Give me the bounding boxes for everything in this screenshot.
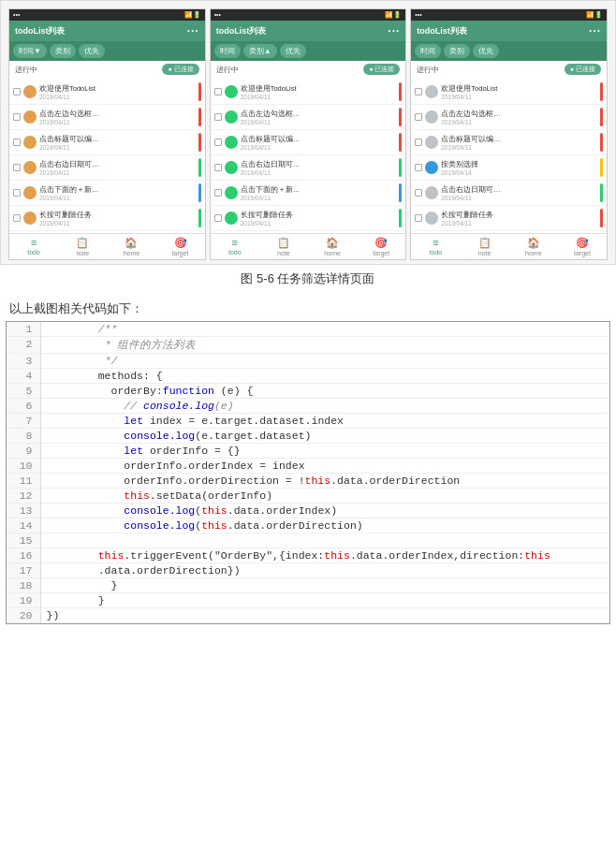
todo-item[interactable]: 点击右边日期可…2019/04/11 [9, 155, 205, 181]
filter-btn-1[interactable]: 类别 [50, 44, 76, 58]
nav-item-todo[interactable]: ≡todo [411, 237, 460, 256]
nav-item-note[interactable]: 📋note [461, 237, 509, 256]
todo-item[interactable]: 按类别选择2019/04/14 [411, 155, 607, 181]
filter-btn-1[interactable]: 类别 [444, 44, 470, 58]
line-number: 19 [7, 593, 40, 608]
todo-text-area: 长按可删除任务2019/04/11 [241, 211, 397, 226]
todo-checkbox[interactable] [214, 139, 222, 146]
todo-checkbox[interactable] [13, 113, 21, 121]
todo-priority-indicator [399, 133, 402, 152]
line-number: 1 [7, 322, 40, 337]
todo-priority-indicator [399, 183, 402, 202]
todo-avatar [225, 110, 238, 124]
code-row: 13 console.log(this.data.orderIndex) [7, 504, 609, 519]
todo-text-area: 点击标题可以编…2019/04/11 [39, 135, 196, 151]
nav-item-todo[interactable]: ≡todo [9, 237, 58, 256]
nav-item-todo[interactable]: ≡todo [211, 237, 259, 256]
nav-item-target[interactable]: 🎯target [357, 237, 405, 256]
todo-item[interactable]: 点击下面的＋新…2019/04/11 [211, 181, 406, 206]
todo-date: 2019/04/11 [241, 169, 397, 176]
todo-checkbox[interactable] [13, 214, 21, 222]
nav-item-home[interactable]: 🏠home [107, 237, 155, 256]
todo-item[interactable]: 点击标题可以编…2019/04/11 [9, 130, 205, 155]
todo-checkbox[interactable] [13, 139, 21, 146]
todo-checkbox[interactable] [415, 189, 422, 197]
filter-btn-2[interactable]: 优先 [79, 44, 105, 58]
todo-text-area: 点击下面的＋新…2019/04/11 [39, 185, 196, 201]
menu-dots[interactable]: ··· [589, 24, 601, 37]
filter-btn-1[interactable]: 类别▲ [243, 44, 277, 58]
filter-btn-0[interactable]: 时间▼ [13, 44, 47, 58]
todo-text-area: 按类别选择2019/04/14 [441, 160, 597, 176]
code-line: console.log(this.data.orderIndex) [40, 504, 609, 519]
todo-checkbox[interactable] [415, 214, 422, 222]
line-number: 3 [7, 354, 40, 369]
todo-item[interactable]: 欢迎使用TodoList2019/04/11 [9, 80, 205, 105]
todo-checkbox[interactable] [13, 164, 21, 171]
todo-date: 2019/04/11 [39, 169, 196, 176]
code-row: 7 let index = e.target.dataset.index [7, 414, 609, 429]
todo-avatar [225, 212, 238, 225]
todo-item[interactable]: 长按可删除任务2019/04/11 [411, 206, 607, 231]
todo-checkbox[interactable] [214, 164, 222, 171]
nav-icon-note: 📋 [478, 237, 491, 249]
filter-btn-2[interactable]: 优先 [280, 44, 306, 58]
todo-item[interactable]: 长按可删除任务2019/04/11 [9, 206, 205, 231]
line-number: 20 [7, 608, 40, 623]
nav-item-note[interactable]: 📋note [259, 237, 308, 256]
filter-btn-0[interactable]: 时间 [214, 44, 241, 58]
todo-date: 2019/04/11 [441, 220, 597, 226]
todo-title: 点击左边勾选框… [39, 110, 196, 119]
todo-item[interactable]: 点击左边勾选框…2019/04/11 [211, 105, 406, 130]
nav-icon-note: 📋 [76, 237, 89, 249]
todo-checkbox[interactable] [214, 214, 222, 222]
code-line: orderInfo.orderIndex = index [40, 459, 609, 474]
code-row: 20}) [7, 608, 609, 623]
todo-item[interactable]: 欢迎使用TodoList2019/04/11 [411, 80, 607, 105]
nav-label-todo: todo [27, 249, 40, 256]
code-row: 12 this.setData(orderInfo) [7, 489, 609, 504]
nav-item-target[interactable]: 🎯target [156, 237, 205, 256]
todo-checkbox[interactable] [415, 139, 422, 146]
todo-title: 点击标题可以编… [441, 135, 597, 144]
filter-btn-2[interactable]: 优先 [473, 44, 499, 58]
todo-checkbox[interactable] [13, 189, 21, 197]
todo-checkbox[interactable] [415, 113, 422, 121]
todo-item[interactable]: 长按可删除任务2019/04/11 [211, 206, 406, 231]
nav-item-home[interactable]: 🏠home [509, 237, 558, 256]
todo-item[interactable]: 点击左边勾选框…2019/04/11 [411, 105, 607, 130]
todo-title: 点击右边日期可… [441, 185, 597, 195]
code-line: console.log(e.target.dataset) [40, 429, 609, 444]
nav-label-note: note [76, 250, 89, 256]
todo-checkbox[interactable] [415, 88, 422, 95]
todo-item[interactable]: 欢迎使用TodoList2019/04/11 [211, 80, 406, 105]
todo-item[interactable]: 点击下面的＋新…2019/04/11 [9, 181, 205, 206]
todo-item[interactable]: 点击标题可以编…2019/04/11 [411, 130, 607, 155]
nav-icon-home: 🏠 [326, 237, 339, 249]
nav-item-target[interactable]: 🎯target [558, 237, 607, 256]
filter-btn-0[interactable]: 时间 [415, 44, 441, 58]
todo-title: 点击右边日期可… [241, 160, 397, 169]
todo-checkbox[interactable] [214, 113, 222, 121]
todo-priority-indicator [399, 209, 402, 227]
todo-item[interactable]: 点击左边勾选框…2019/04/11 [9, 105, 205, 130]
todo-item[interactable]: 点击右边日期可…2019/04/11 [211, 155, 406, 181]
todo-checkbox[interactable] [214, 88, 222, 95]
nav-item-note[interactable]: 📋note [58, 237, 107, 256]
nav-item-home[interactable]: 🏠home [308, 237, 357, 256]
todo-list-area: 欢迎使用TodoList2019/04/11点击左边勾选框…2019/04/11… [9, 78, 205, 233]
phone-screen-2: •••📶🔋todoList列表···时间类别▲优先进行中● 已连接欢迎使用Tod… [210, 8, 407, 260]
todo-checkbox[interactable] [214, 189, 222, 197]
todo-text-area: 点击下面的＋新…2019/04/11 [241, 185, 397, 201]
todo-date: 2019/04/11 [39, 220, 196, 226]
todo-item[interactable]: 点击标题可以编…2019/04/11 [211, 130, 406, 155]
todo-checkbox[interactable] [13, 88, 21, 95]
code-line: /** [40, 322, 609, 337]
status-bar: •••📶🔋 [9, 9, 205, 21]
todo-checkbox[interactable] [415, 164, 422, 171]
line-number: 18 [7, 578, 40, 593]
menu-dots[interactable]: ··· [388, 24, 400, 37]
filter-bar: 时间▼类别优先 [9, 41, 205, 61]
todo-item[interactable]: 点击右边日期可…2019/04/11 [411, 181, 607, 206]
menu-dots[interactable]: ··· [187, 24, 199, 37]
